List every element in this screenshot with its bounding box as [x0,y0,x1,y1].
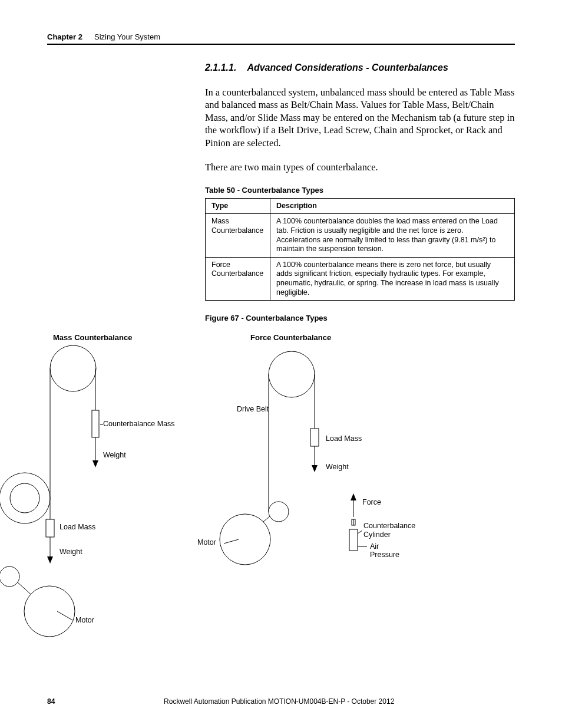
page-number: 84 [47,697,55,706]
table-header-type: Type [206,198,270,214]
svg-point-31 [269,502,289,522]
svg-point-7 [10,483,39,513]
label-load-mass-right: Load Mass [326,434,362,443]
chapter-label: Chapter 2 [47,32,82,41]
svg-rect-11 [46,519,54,537]
label-weight-upper-left: Weight [103,451,126,459]
table-row: Force Counterbalance A 100% counterbalan… [206,257,515,301]
svg-point-15 [24,586,75,637]
page-header: Chapter 2 Sizing Your System [47,32,515,45]
label-counterbalance-cylinder: Counterbalance Cylinder [363,522,416,539]
figure-caption: Figure 67 - Counterbalance Types [205,314,515,322]
section-heading: 2.1.1.1. Advanced Considerations - Count… [205,62,515,73]
chapter-title: Sizing Your System [94,32,160,41]
table-cell-type: Mass Counterbalance [206,214,270,258]
figure-area: Mass Counterbalance Force Counterbalance [0,333,386,651]
label-weight-right: Weight [326,463,349,471]
label-motor-left: Motor [75,616,94,624]
svg-point-14 [0,566,19,587]
label-drive-belt-right: Drive Belt [237,405,269,413]
svg-line-33 [263,516,270,522]
mass-counterbalance-diagram [0,333,162,651]
force-counterbalance-diagram [180,333,398,587]
svg-line-16 [18,582,31,594]
section-number: 2.1.1.1. [205,62,236,73]
table-cell-type: Force Counterbalance [206,257,270,301]
label-air-pressure: Air Pressure [370,542,399,559]
table-cell-description: A 100% counterbalance doubles the load m… [270,214,515,258]
svg-line-17 [57,611,72,620]
svg-marker-23 [312,465,318,472]
svg-rect-3 [92,410,99,437]
svg-point-32 [220,514,270,565]
svg-rect-21 [310,429,319,446]
publication-id: Rockwell Automation Publication MOTION-U… [55,697,503,706]
label-motor-right: Motor [197,538,216,546]
section-title: Advanced Considerations - Counterbalance… [247,62,448,73]
label-weight-lower-left: Weight [59,548,82,556]
counterbalance-table: Type Description Mass Counterbalance A 1… [205,198,515,301]
table-cell-description: A 100% counterbalance means there is zer… [270,257,515,301]
svg-marker-28 [351,493,356,500]
label-load-mass-left: Load Mass [59,523,95,531]
page-footer: 84 Rockwell Automation Publication MOTIO… [47,697,515,706]
main-content: 2.1.1.1. Advanced Considerations - Count… [205,62,515,322]
svg-marker-13 [47,556,53,564]
svg-rect-24 [349,529,358,551]
svg-point-18 [269,351,315,397]
svg-line-34 [224,539,239,543]
label-counterbalance-mass: Counterbalance Mass [103,420,175,428]
svg-point-8 [0,473,50,523]
body-paragraph-2: There are two main types of counterbalan… [205,161,515,173]
table-row: Mass Counterbalance A 100% counterbalanc… [206,214,515,258]
svg-line-30 [358,531,362,533]
body-paragraph-1: In a counterbalanced system, unbalanced … [205,86,515,149]
label-force-right: Force [362,498,381,506]
table-header-description: Description [270,198,515,214]
svg-marker-5 [92,460,98,467]
table-caption: Table 50 - Counterbalance Types [205,186,515,195]
svg-point-0 [50,345,96,391]
